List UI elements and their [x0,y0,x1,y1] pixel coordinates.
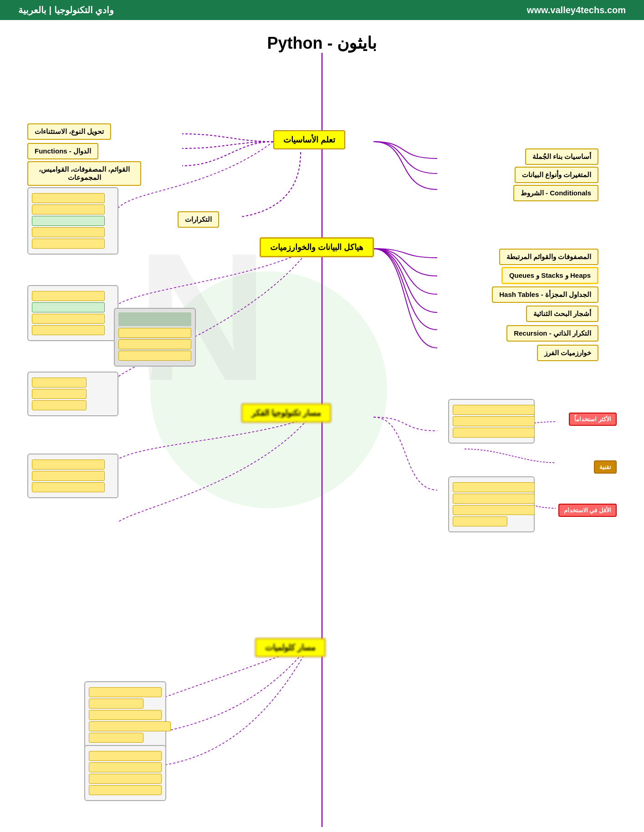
card-4-2 [32,471,105,481]
img-placeholder [118,312,191,326]
card-cluster-2 [27,285,118,341]
right-card-cluster-1 [448,399,535,444]
advanced-label: تقنية [594,460,617,474]
header-right: وادي التكنولوجيا | بالعربية [18,5,114,15]
card-cluster-4 [27,454,118,498]
arrays-lists-box: المصفوفات والقوائم المرتبطة [499,249,598,265]
card-1-1 [32,193,105,203]
card-2-1 [32,291,105,301]
header-left: www.valley4techs.com [527,5,626,15]
bcard-2-1 [89,751,162,761]
most-used-label: الأكثر استخداماً [569,413,617,426]
card-2-3 [32,314,105,324]
card-1-2 [32,204,105,214]
card-cluster-1 [27,187,118,255]
bcard-2-4 [89,785,162,795]
card-ml-3 [118,351,191,361]
bcard-1-3 [89,710,162,720]
recursion-box: التكرار الذاتي - Recursion [506,325,598,342]
sentence-basics-box: أساسيات بناء الجُملة [525,148,598,165]
queues-stacks-box: Heaps و Stacks و Queues [501,267,598,284]
card-3-3 [32,400,87,410]
card-3-1 [32,378,87,388]
functions-box: الدوال - Functions [27,143,98,159]
bottom-cluster-1 [84,681,166,749]
bcard-1-1 [89,687,162,697]
collections-box: القوائم، المصفوفات، القواميس، المجموعات [27,161,141,186]
bcard-2-2 [89,762,162,772]
less-used-label: الأقل في الاستخدام [558,504,617,517]
hash-tables-box: الجداول المجزأة - Hash Tables [492,286,598,303]
rcard-2-2 [453,494,535,504]
card-1-3 [32,216,105,226]
type-convert-box: تحويل النوع، الاستثناءات [27,123,111,140]
data-structures-node: هياكل البيانات والخوارزميات [260,237,374,257]
bottom-node: مسار كلولميات [255,638,326,657]
algo-node: مسار تكنولوجيا الفكر [241,403,331,423]
card-3-2 [32,389,87,399]
right-card-cluster-2 [448,476,535,532]
rcard-1-1 [453,405,535,415]
iterations-node: التكرارات [178,211,219,228]
bottom-cluster-2 [84,745,166,801]
rcard-2-4 [453,516,507,526]
bcard-1-4 [89,721,171,731]
main-title: بايثون - Python [0,34,644,53]
card-cluster-3 [27,372,118,416]
bcard-1-5 [89,733,143,743]
rcard-1-3 [453,428,535,438]
rcard-1-2 [453,416,535,426]
card-2-2 [32,302,105,312]
card-1-4 [32,227,105,237]
rcard-2-1 [453,482,535,492]
card-1-5 [32,239,105,249]
variables-box: المتغيرات وأنواع البيانات [515,167,598,183]
card-cluster-mid-left [114,308,196,367]
card-ml-1 [118,328,191,338]
learn-basics-node: تعلم الأساسيات [273,130,345,149]
header: www.valley4techs.com وادي التكنولوجيا | … [0,0,644,20]
bst-box: أشجار البحث الثنائية [526,306,598,322]
card-ml-2 [118,339,191,349]
rcard-2-3 [453,505,535,515]
bcard-1-2 [89,699,143,709]
card-2-4 [32,325,105,335]
conditionals-box: Conditionals - الشروط [513,185,598,201]
card-4-3 [32,482,105,492]
sort-algo-box: خوارزميات الفرز [537,345,598,361]
card-4-1 [32,459,105,470]
bcard-2-3 [89,774,162,784]
mindmap: N [0,53,644,827]
